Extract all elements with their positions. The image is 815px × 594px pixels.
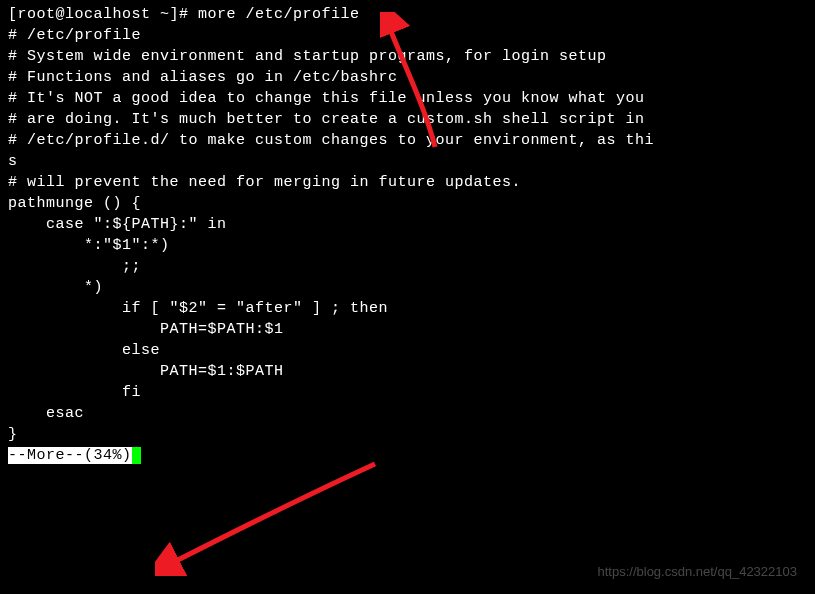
file-line: else: [8, 340, 807, 361]
file-line: # are doing. It's much better to create …: [8, 109, 807, 130]
file-line: pathmunge () {: [8, 193, 807, 214]
file-line: # It's NOT a good idea to change this fi…: [8, 88, 807, 109]
file-line: # will prevent the need for merging in f…: [8, 172, 807, 193]
file-line: }: [8, 424, 807, 445]
file-line: case ":${PATH}:" in: [8, 214, 807, 235]
command-line: [root@localhost ~]# more /etc/profile: [8, 4, 807, 25]
file-line: # /etc/profile: [8, 25, 807, 46]
file-line: s: [8, 151, 807, 172]
file-line: PATH=$PATH:$1: [8, 319, 807, 340]
file-line: # /etc/profile.d/ to make custom changes…: [8, 130, 807, 151]
terminal-output[interactable]: [root@localhost ~]# more /etc/profile # …: [8, 4, 807, 466]
file-line: if [ "$2" = "after" ] ; then: [8, 298, 807, 319]
file-line: # Functions and aliases go in /etc/bashr…: [8, 67, 807, 88]
file-line: *:"$1":*): [8, 235, 807, 256]
file-line: # System wide environment and startup pr…: [8, 46, 807, 67]
status-line: --More--(34%): [8, 445, 807, 466]
command-text: more /etc/profile: [198, 6, 360, 23]
more-prompt[interactable]: --More--(34%): [8, 447, 132, 464]
file-line: ;;: [8, 256, 807, 277]
file-line: fi: [8, 382, 807, 403]
shell-prompt: [root@localhost ~]#: [8, 6, 198, 23]
watermark-text: https://blog.csdn.net/qq_42322103: [598, 561, 798, 582]
file-line: PATH=$1:$PATH: [8, 361, 807, 382]
file-line: esac: [8, 403, 807, 424]
file-line: *): [8, 277, 807, 298]
cursor-icon: [132, 447, 141, 464]
annotation-arrow-bottom: [155, 456, 385, 576]
